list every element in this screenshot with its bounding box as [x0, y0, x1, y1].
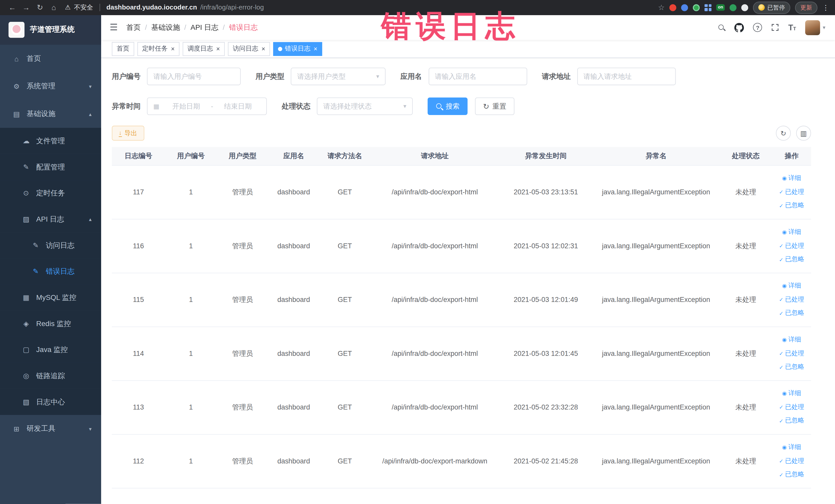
sidebar-item[interactable]: ⊞研发工具▾ [0, 415, 101, 443]
detail-link[interactable]: ◉详细 [775, 172, 809, 185]
sidebar-item[interactable]: ▢Java 监控 [0, 337, 101, 363]
font-size-icon[interactable]: TT [788, 23, 796, 31]
sidebar-item[interactable]: ⌂首页 [0, 45, 101, 73]
detail-link[interactable]: ◉详细 [775, 225, 809, 239]
detail-link[interactable]: ◉详细 [775, 387, 809, 401]
forward-icon[interactable]: → [19, 3, 33, 12]
sidebar-item[interactable]: ▤基础设施▴ [0, 100, 101, 128]
sidebar-item[interactable]: ◎链路追踪 [0, 363, 101, 389]
mark-processed-link[interactable]: ✓已处理 [775, 400, 809, 414]
sidebar-item-label: 文件管理 [36, 136, 65, 146]
sidebar-item[interactable]: ✎访问日志 [0, 233, 101, 259]
extension-blue-icon[interactable] [681, 4, 688, 11]
sidebar-item[interactable]: ✎配置管理 [0, 154, 101, 180]
breadcrumb-item[interactable]: API 日志 [190, 23, 219, 32]
extension-paw-icon[interactable] [741, 4, 748, 11]
sidebar: 芋道管理系统 ⌂首页⚙系统管理▾▤基础设施▴☁文件管理✎配置管理⊙定时任务▨AP… [0, 15, 101, 504]
browser-menu-icon[interactable]: ⋮ [822, 3, 830, 11]
view-tab[interactable]: 访问日志× [228, 42, 270, 56]
sidebar-item-label: 首页 [27, 54, 41, 63]
mark-ignored-link[interactable]: ✓已忽略 [775, 199, 809, 213]
fullscreen-icon[interactable] [771, 23, 779, 31]
close-icon[interactable]: × [262, 45, 265, 52]
user-id-input[interactable] [153, 73, 234, 80]
extension-leaf-icon[interactable] [730, 4, 736, 11]
sidebar-item[interactable]: ▧日志中心 [0, 389, 101, 415]
request-url-input[interactable] [584, 73, 669, 80]
process-status-select[interactable]: 请选择处理状态 ▾ [317, 98, 412, 115]
close-icon[interactable]: × [171, 45, 175, 52]
hamburger-icon[interactable]: ☰ [109, 22, 118, 33]
view-tab[interactable]: 定时任务× [137, 42, 179, 56]
detail-link[interactable]: ◉详细 [775, 279, 809, 293]
column-header: 操作 [772, 147, 811, 165]
sidebar-item[interactable]: ▦MySQL 监控 [0, 284, 101, 311]
sidebar-item[interactable]: ▨API 日志▴ [0, 206, 101, 233]
tab-label: 错误日志 [285, 44, 311, 53]
date-range-picker[interactable]: ▦ 开始日期 - 结束日期 [147, 98, 267, 115]
action-label: 已处理 [785, 347, 804, 361]
update-button[interactable]: 更新 [795, 1, 817, 14]
user-menu[interactable]: ▾ [805, 20, 826, 35]
search-button[interactable]: 搜索 [428, 98, 468, 115]
eye-icon: ◉ [782, 442, 787, 453]
detail-link[interactable]: ◉详细 [775, 440, 809, 454]
trace-icon: ◎ [20, 372, 32, 380]
app-name-input[interactable] [435, 73, 521, 80]
sidebar-item[interactable]: ◈Redis 监控 [0, 310, 101, 337]
url-domain: dashboard.yudao.iocoder.cn [106, 4, 197, 11]
tab-label: 定时任务 [142, 44, 168, 53]
mark-ignored-link[interactable]: ✓已忽略 [775, 253, 809, 266]
cell-actions: ◉详细✓已处理✓已忽略 [772, 219, 811, 273]
user-type-select[interactable]: 请选择用户类型 ▾ [291, 67, 386, 85]
mark-ignored-link[interactable]: ✓已忽略 [775, 468, 809, 482]
close-icon[interactable]: × [216, 45, 220, 52]
search-icon [435, 103, 443, 109]
view-tab[interactable]: 调度日志× [183, 42, 225, 56]
mark-ignored-link[interactable]: ✓已忽略 [775, 414, 809, 428]
logo[interactable]: 芋道管理系统 [0, 15, 101, 45]
detail-link[interactable]: ◉详细 [775, 333, 809, 347]
breadcrumb-item[interactable]: 基础设施 [151, 23, 180, 32]
cell-request-url: /api/infra/db-doc/export-html [371, 380, 499, 434]
extension-grid-icon[interactable] [705, 4, 712, 11]
breadcrumb-item[interactable]: 首页 [126, 23, 141, 32]
search-icon[interactable] [718, 24, 726, 31]
sidebar-item[interactable]: ✎错误日志 [0, 258, 101, 284]
mark-processed-link[interactable]: ✓已处理 [775, 185, 809, 199]
sidebar-item[interactable]: ☁文件管理 [0, 128, 101, 154]
action-label: 已处理 [785, 454, 804, 468]
mark-processed-link[interactable]: ✓已处理 [775, 454, 809, 468]
extension-red-icon[interactable] [669, 4, 676, 11]
sidebar-item-label: 错误日志 [46, 266, 75, 276]
sidebar-item[interactable]: ⚙系统管理▾ [0, 73, 101, 100]
mark-processed-link[interactable]: ✓已处理 [775, 347, 809, 361]
reload-icon[interactable]: ↻ [33, 3, 47, 12]
bookmark-star-icon[interactable]: ☆ [658, 3, 665, 12]
paused-badge[interactable]: 已暂停 [753, 1, 790, 14]
sidebar-item[interactable]: ⊙定时任务 [0, 180, 101, 206]
mark-ignored-link[interactable]: ✓已忽略 [775, 360, 809, 374]
table-refresh-button[interactable]: ↻ [776, 126, 791, 141]
reset-button[interactable]: ↻ 重置 [475, 98, 514, 115]
browser-home-icon[interactable]: ⌂ [47, 3, 61, 12]
mark-ignored-link[interactable]: ✓已忽略 [775, 306, 809, 320]
view-tab[interactable]: 首页 [112, 42, 134, 56]
extension-green-icon[interactable] [693, 4, 700, 11]
mark-processed-link[interactable]: ✓已处理 [775, 293, 809, 306]
github-icon[interactable] [734, 23, 744, 32]
cloud-icon: ☁ [20, 137, 32, 145]
view-tab[interactable]: 错误日志× [273, 42, 322, 56]
filter-request-url: 请求地址 [542, 67, 676, 85]
help-icon[interactable]: ? [753, 23, 762, 32]
export-button[interactable]: ↓ 导出 [112, 126, 144, 141]
extension-on-badge[interactable]: on [716, 4, 725, 11]
action-label: 已处理 [785, 239, 804, 253]
column-settings-button[interactable]: ▥ [796, 126, 811, 141]
mark-processed-link[interactable]: ✓已处理 [775, 239, 809, 253]
check-icon: ✓ [779, 402, 783, 413]
address-bar[interactable]: ⚠ 不安全 dashboard.yudao.iocoder.cn/infra/l… [65, 3, 658, 12]
back-icon[interactable]: ← [5, 3, 19, 12]
close-icon[interactable]: × [314, 45, 318, 52]
sidebar-item-label: 研发工具 [27, 424, 56, 434]
